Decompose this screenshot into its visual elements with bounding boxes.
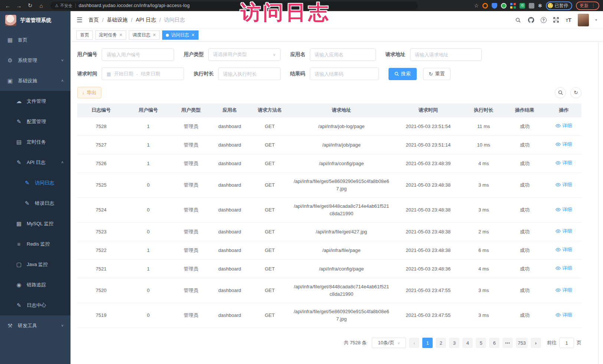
- page-button-6[interactable]: 6: [489, 338, 499, 348]
- goto-page-input[interactable]: [559, 338, 574, 348]
- fullscreen-icon[interactable]: [553, 17, 560, 23]
- cell-log-id: 7520: [77, 278, 125, 303]
- chrome-update-button[interactable]: 更新 ⋮: [576, 1, 599, 10]
- detail-link[interactable]: 详细: [556, 311, 572, 319]
- detail-link[interactable]: 详细: [556, 206, 572, 213]
- result-code-input[interactable]: [310, 68, 379, 80]
- request-url-input[interactable]: [410, 48, 482, 61]
- address-bar[interactable]: ⚠ 不安全 dashboard.yudao.iocoder.cn/infra/l…: [50, 1, 418, 10]
- refresh-table-button[interactable]: ↻: [570, 87, 581, 98]
- more-pages-button[interactable]: •••: [502, 338, 513, 348]
- user-avatar[interactable]: [578, 14, 589, 26]
- page-size-select[interactable]: 10条/页 ∨: [372, 338, 406, 348]
- request-time-range-picker[interactable]: ▦ 开始日期 - 结束日期: [102, 68, 184, 80]
- sidebar-item-log-center[interactable]: ✎ 日志中心: [0, 295, 71, 315]
- breadcrumb-api-log[interactable]: API 日志: [136, 17, 156, 23]
- page-button-5[interactable]: 5: [476, 338, 486, 348]
- sidebar-item-home[interactable]: ▦ 首页: [0, 30, 71, 50]
- sidebar-item-dev-tools[interactable]: ⚒ 研发工具 ∨: [0, 315, 71, 336]
- extension-icon-cny[interactable]: 币: [520, 3, 525, 9]
- breadcrumb-infra[interactable]: 基础设施: [107, 17, 128, 23]
- help-icon[interactable]: ?: [541, 17, 547, 23]
- breadcrumb-home[interactable]: 首页: [88, 17, 99, 23]
- filter-row-1: 用户编号 用户类型 请选择用户类型 ∨ 应用名 请求地址: [77, 48, 581, 61]
- extension-icon-grid[interactable]: [510, 3, 516, 9]
- sidebar-item-mysql-monitor[interactable]: ▦ MySQL 监控: [0, 213, 71, 234]
- page-button-3[interactable]: 3: [449, 338, 459, 348]
- close-icon[interactable]: ✕: [191, 33, 194, 37]
- duration-input[interactable]: [218, 68, 281, 80]
- back-icon[interactable]: ←: [4, 3, 12, 9]
- cell-result: 成功: [503, 223, 546, 241]
- table-row: 7528 1 管理员 dashboard GET /api/infra/job-…: [77, 117, 581, 136]
- sidebar-item-system[interactable]: ⚙ 系统管理 ∨: [0, 50, 71, 70]
- detail-link[interactable]: 详细: [556, 159, 572, 167]
- eye-icon: [556, 123, 561, 128]
- sidebar-item-scheduled-jobs[interactable]: ▤ 定时任务: [0, 132, 71, 152]
- reload-icon[interactable]: ↻: [26, 2, 34, 9]
- cell-time: 2021-05-03 23:48:38: [392, 198, 464, 223]
- page-button-last[interactable]: 753: [516, 338, 528, 348]
- page-button-2[interactable]: 2: [436, 338, 446, 348]
- sidebar-collapse-icon[interactable]: ☰: [76, 16, 82, 24]
- sidebar-item-api-log[interactable]: ✎ API 日志 ∧: [0, 152, 71, 173]
- app-name-input[interactable]: [310, 48, 376, 61]
- chrome-menu-icon[interactable]: ⋮: [591, 3, 596, 8]
- user-id-label: 用户编号: [77, 51, 97, 58]
- col-user-type: 用户类型: [171, 104, 210, 117]
- reset-button[interactable]: ↻ 重置: [423, 68, 451, 80]
- scrollbar-track[interactable]: [598, 42, 599, 364]
- detail-link[interactable]: 详细: [556, 122, 572, 129]
- detail-link[interactable]: 详细: [556, 246, 572, 253]
- detail-link[interactable]: 详细: [556, 181, 572, 188]
- close-icon[interactable]: ✕: [153, 33, 156, 37]
- prev-page-button[interactable]: ‹: [409, 338, 419, 348]
- eye-icon: ◉: [16, 282, 22, 288]
- sidebar-item-error-log[interactable]: ✎ 错误日志: [0, 193, 71, 213]
- page-button-4[interactable]: 4: [462, 338, 473, 348]
- search-button[interactable]: 搜索: [389, 68, 417, 80]
- detail-link[interactable]: 详细: [556, 265, 572, 272]
- sidebar-item-config-manage[interactable]: ✎ 配置管理: [0, 111, 71, 132]
- search-icon[interactable]: [515, 17, 521, 23]
- profile-paused-pill[interactable]: 已暂停: [546, 1, 572, 10]
- page-header: ☰ 首页 / 基础设施 / API 日志 / 访问日志 ?: [71, 11, 603, 29]
- user-type-select[interactable]: 请选择用户类型 ∨: [208, 48, 281, 61]
- toggle-search-button[interactable]: [555, 87, 566, 98]
- detail-link[interactable]: 详细: [556, 227, 572, 235]
- forward-icon[interactable]: →: [15, 3, 23, 9]
- tag-dispatch-log[interactable]: 调度日志 ✕: [129, 30, 160, 40]
- sidebar-item-access-log[interactable]: ✎ 访问日志: [0, 173, 71, 193]
- next-page-button[interactable]: ›: [531, 338, 541, 348]
- cell-method: GET: [249, 241, 290, 260]
- sidebar-item-infra[interactable]: ▣ 基础设施 ∧: [0, 70, 71, 91]
- cell-time: 2021-05-03 23:51:14: [392, 136, 464, 154]
- goto-label: 前往: [547, 340, 557, 346]
- not-secure-badge[interactable]: ⚠ 不安全: [55, 3, 72, 9]
- sidebar-item-trace[interactable]: ◉ 链路追踪: [0, 275, 71, 295]
- sidebar-item-file-manage[interactable]: ☁ 文件管理: [0, 91, 71, 111]
- sidebar-item-java-monitor[interactable]: ▢ Java 监控: [0, 254, 71, 275]
- sidebar-logo[interactable]: 芋道管理系统: [0, 11, 71, 30]
- sidebar-item-redis-monitor[interactable]: ≡ Redis 监控: [0, 234, 71, 254]
- home-icon[interactable]: ⌂: [37, 3, 45, 9]
- bookmark-star-icon[interactable]: ☆: [474, 3, 479, 9]
- export-button[interactable]: ↓ 导出: [77, 87, 101, 98]
- user-id-input[interactable]: [102, 48, 174, 61]
- cell-time: 2021-05-03 23:47:55: [392, 303, 464, 328]
- extension-icon-pinwheel[interactable]: ✻: [538, 3, 542, 9]
- extension-icon-ring[interactable]: [482, 3, 488, 9]
- avatar-caret-icon[interactable]: ▾: [595, 18, 597, 22]
- close-icon[interactable]: ✕: [119, 33, 122, 37]
- font-size-icon[interactable]: TT: [566, 17, 571, 23]
- extension-icon-green[interactable]: [501, 3, 507, 9]
- extension-icon-shield[interactable]: [492, 3, 497, 9]
- tag-access-log[interactable]: 访问日志 ✕: [162, 30, 198, 40]
- detail-link[interactable]: 详细: [556, 286, 572, 294]
- tag-home[interactable]: 首页: [76, 30, 93, 40]
- github-icon[interactable]: [528, 17, 534, 23]
- detail-link[interactable]: 详细: [556, 141, 572, 148]
- extensions-puzzle-icon[interactable]: [529, 3, 534, 9]
- tag-scheduled-jobs[interactable]: 定时任务 ✕: [95, 30, 126, 40]
- page-button-1[interactable]: 1: [422, 338, 433, 348]
